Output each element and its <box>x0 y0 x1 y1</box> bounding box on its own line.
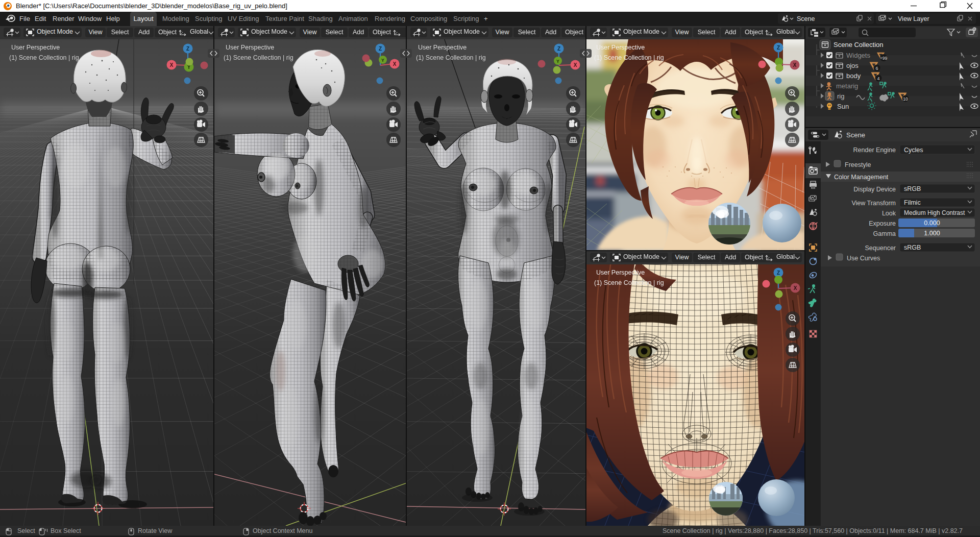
svg-text:6: 6 <box>875 66 878 71</box>
svg-text:Scene: Scene <box>846 131 865 139</box>
svg-text:rig: rig <box>837 92 844 100</box>
svg-text:User Perspective: User Perspective <box>596 44 645 51</box>
svg-text:User Perspective: User Perspective <box>11 44 60 51</box>
svg-text:Scene: Scene <box>797 15 815 22</box>
svg-text:(1) Scene Collection | rig: (1) Scene Collection | rig <box>9 54 79 61</box>
svg-text:Z: Z <box>777 270 780 276</box>
svg-text:Y: Y <box>381 58 384 63</box>
svg-text:+99: +99 <box>880 56 888 61</box>
svg-text:Use Curves: Use Curves <box>847 255 880 262</box>
svg-text:4: 4 <box>877 76 879 81</box>
svg-text:Exposure: Exposure <box>869 220 896 227</box>
svg-text:Color Management: Color Management <box>834 174 889 181</box>
svg-text:X: X <box>794 285 797 291</box>
svg-text:Look: Look <box>882 210 896 217</box>
svg-text:sRGB: sRGB <box>904 185 921 192</box>
svg-text:body: body <box>846 72 861 80</box>
svg-text:Cycles: Cycles <box>904 147 923 154</box>
svg-text:User Perspective: User Perspective <box>596 269 645 276</box>
svg-text:User Perspective: User Perspective <box>418 44 467 51</box>
svg-text:View Transform: View Transform <box>851 200 896 207</box>
svg-text:(1) Scene Collection | rig: (1) Scene Collection | rig <box>594 279 664 286</box>
svg-text:Z: Z <box>379 46 382 52</box>
svg-text:10: 10 <box>903 96 908 102</box>
svg-text:0.000: 0.000 <box>924 219 940 227</box>
svg-text:Medium High Contrast: Medium High Contrast <box>904 209 965 216</box>
svg-text:View Layer: View Layer <box>898 15 929 22</box>
svg-text:metarig: metarig <box>836 82 858 90</box>
svg-text:Render Engine: Render Engine <box>853 147 896 154</box>
svg-text:(1) Scene Collection | rig: (1) Scene Collection | rig <box>224 54 293 61</box>
svg-text:X: X <box>793 62 797 68</box>
svg-text:Y: Y <box>556 59 559 64</box>
svg-text:Z: Z <box>557 46 560 52</box>
svg-text:Widgets: Widgets <box>846 52 870 59</box>
svg-text:(1) Scene Collection | rig: (1) Scene Collection | rig <box>594 54 664 61</box>
svg-text:Freestyle: Freestyle <box>845 161 871 168</box>
svg-text:Sequencer: Sequencer <box>865 245 896 252</box>
svg-text:X: X <box>393 61 397 67</box>
svg-text:ojos: ojos <box>846 62 859 69</box>
svg-text:(1) Scene Collection | rig: (1) Scene Collection | rig <box>416 54 486 61</box>
svg-text:Sun: Sun <box>837 103 849 110</box>
svg-text:X: X <box>574 62 577 68</box>
svg-text:sRGB: sRGB <box>904 244 921 251</box>
svg-text:Scene Collection: Scene Collection <box>834 41 884 48</box>
svg-text:Display Device: Display Device <box>853 186 896 193</box>
svg-text:1.000: 1.000 <box>924 230 940 237</box>
svg-text:Z: Z <box>186 46 189 52</box>
svg-text:Filmic: Filmic <box>904 199 921 206</box>
svg-text:Z: Z <box>777 45 780 51</box>
svg-text:X: X <box>170 62 174 68</box>
svg-text:User Perspective: User Perspective <box>226 44 274 51</box>
svg-text:Gamma: Gamma <box>873 230 896 237</box>
